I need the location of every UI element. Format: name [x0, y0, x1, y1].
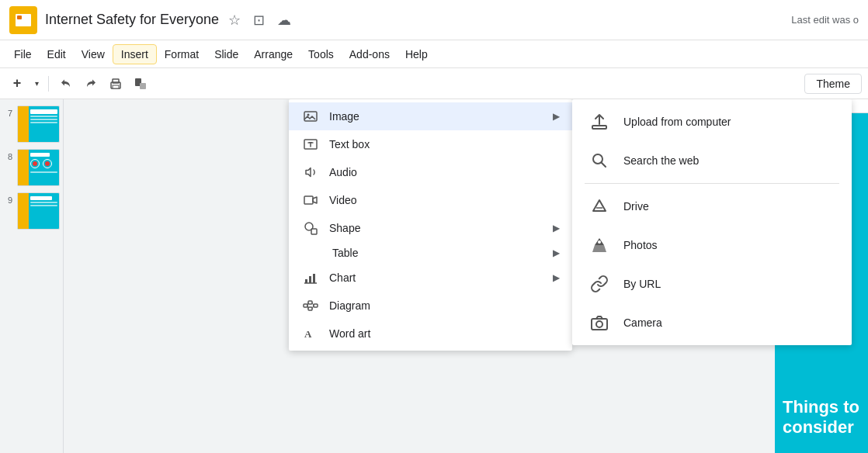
- insert-shape-label: Shape: [329, 222, 553, 234]
- insert-table-label: Table: [332, 247, 553, 259]
- insert-menu-textbox[interactable]: Text box: [289, 130, 572, 158]
- camera-icon: [588, 311, 611, 334]
- menu-item-tools[interactable]: Tools: [300, 45, 342, 64]
- table-arrow: ▶: [553, 247, 560, 258]
- content-area: Image ▶ Text box: [64, 99, 868, 453]
- insert-menu-audio[interactable]: Audio: [289, 158, 572, 186]
- shape-icon: [301, 219, 320, 237]
- photos-icon: [588, 233, 611, 257]
- undo-button[interactable]: [55, 73, 77, 95]
- insert-wordart-label: Word art: [329, 327, 560, 340]
- chart-arrow: ▶: [553, 272, 560, 283]
- insert-menu-chart[interactable]: Chart ▶: [289, 264, 572, 292]
- menu-item-edit[interactable]: Edit: [40, 45, 74, 64]
- submenu-camera[interactable]: Camera: [572, 303, 852, 342]
- submenu-separator-1: [585, 183, 839, 184]
- insert-textbox-label: Text box: [329, 138, 560, 150]
- slide-preview-8[interactable]: [17, 149, 60, 186]
- canvas-text: Things to consider: [783, 397, 860, 437]
- image-arrow: ▶: [553, 111, 560, 122]
- redo-button[interactable]: [80, 73, 102, 95]
- insert-menu-diagram[interactable]: Diagram: [289, 292, 572, 320]
- slide-content-9: [29, 193, 59, 229]
- menu-item-addons[interactable]: Add-ons: [342, 45, 398, 64]
- svg-line-30: [602, 163, 606, 168]
- byurl-label: By URL: [623, 278, 661, 290]
- dropdown-arrow[interactable]: ▾: [31, 73, 42, 95]
- insert-menu-video[interactable]: Video: [289, 186, 572, 214]
- slide-yellow-bar-7: [18, 106, 29, 142]
- star-icon[interactable]: ☆: [228, 12, 241, 29]
- add-button[interactable]: +: [6, 73, 28, 95]
- slide-preview-7[interactable]: [17, 105, 60, 143]
- image-icon: [301, 107, 320, 126]
- submenu-byurl[interactable]: By URL: [572, 265, 852, 303]
- svg-rect-20: [308, 301, 312, 304]
- slide-content-7: [29, 106, 59, 142]
- camera-label: Camera: [623, 316, 662, 329]
- svg-line-24: [307, 306, 308, 309]
- insert-menu-table[interactable]: Table ▶: [289, 242, 572, 264]
- photos-label: Photos: [623, 239, 658, 251]
- menu-item-format[interactable]: Format: [157, 45, 207, 64]
- folder-icon[interactable]: ⊡: [253, 12, 265, 29]
- slide-thumb-9[interactable]: 9: [3, 192, 60, 230]
- upload-label: Upload from computer: [623, 116, 731, 128]
- cloud-icon[interactable]: ☁: [277, 12, 291, 29]
- video-icon: [301, 191, 320, 209]
- menu-item-view[interactable]: View: [74, 45, 113, 64]
- menu-bar: File Edit View Insert Format Slide Arran…: [0, 40, 868, 68]
- textbox-icon: [301, 135, 320, 154]
- slide-num-9: 9: [3, 195, 12, 205]
- menu-item-insert[interactable]: Insert: [113, 44, 157, 64]
- insert-menu: Image ▶ Text box: [289, 99, 572, 351]
- title-bar: Internet Safety for Everyone ☆ ⊡ ☁ Last …: [0, 0, 868, 40]
- submenu-photos[interactable]: Photos: [572, 226, 852, 265]
- insert-audio-label: Audio: [329, 166, 560, 178]
- svg-point-9: [307, 114, 310, 116]
- title-icons: ☆ ⊡ ☁: [228, 12, 291, 29]
- submenu-drive[interactable]: Drive: [572, 187, 852, 226]
- menu-item-help[interactable]: Help: [398, 45, 436, 64]
- submenu-searchweb[interactable]: Search the web: [572, 141, 852, 180]
- slide-thumb-8[interactable]: 8: [3, 149, 60, 186]
- slide-thumb-7[interactable]: 7: [3, 105, 60, 143]
- svg-rect-4: [113, 79, 119, 83]
- svg-rect-16: [309, 276, 311, 283]
- submenu-upload[interactable]: Upload from computer: [572, 102, 852, 141]
- upload-icon: [588, 110, 611, 133]
- main-layout: 7 8: [0, 99, 868, 453]
- slide-yellow-bar-8: [18, 150, 29, 185]
- menu-item-arrange[interactable]: Arrange: [246, 45, 300, 64]
- link-icon: [588, 272, 611, 296]
- svg-rect-11: [309, 142, 312, 143]
- searchweb-label: Search the web: [623, 154, 699, 167]
- toolbar-separator-1: [48, 76, 49, 92]
- menu-item-slide[interactable]: Slide: [207, 45, 246, 64]
- svg-rect-19: [304, 304, 307, 307]
- theme-button[interactable]: Theme: [804, 74, 862, 94]
- insert-menu-wordart[interactable]: A Word art: [289, 320, 572, 348]
- paintformat-button[interactable]: [130, 73, 151, 95]
- toolbar: + ▾ Theme: [0, 68, 868, 99]
- shape-arrow: ▶: [553, 223, 560, 233]
- slide-content-8: [29, 150, 59, 185]
- wordart-icon: A: [301, 324, 320, 343]
- insert-diagram-label: Diagram: [329, 299, 560, 312]
- svg-point-31: [598, 240, 601, 244]
- print-button[interactable]: [105, 73, 127, 95]
- chart-icon: [301, 268, 320, 287]
- app-icon: [9, 6, 37, 34]
- menu-item-file[interactable]: File: [6, 45, 40, 64]
- slide-yellow-bar-9: [18, 193, 29, 229]
- drive-label: Drive: [623, 200, 649, 213]
- insert-image-label: Image: [329, 110, 553, 123]
- svg-rect-17: [313, 274, 315, 283]
- slide-preview-9[interactable]: [17, 192, 60, 230]
- slide-num-7: 7: [3, 109, 12, 118]
- insert-menu-image[interactable]: Image ▶: [289, 102, 572, 130]
- svg-rect-22: [314, 304, 318, 307]
- insert-chart-label: Chart: [329, 271, 553, 284]
- svg-text:A: A: [304, 328, 312, 340]
- insert-menu-shape[interactable]: Shape ▶: [289, 214, 572, 242]
